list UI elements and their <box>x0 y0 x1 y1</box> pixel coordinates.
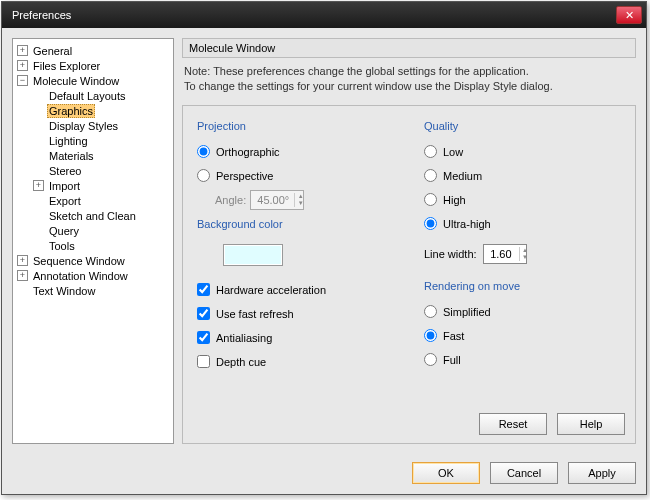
chevron-down-icon: ▼ <box>519 254 531 261</box>
render-move-title: Rendering on move <box>424 280 621 292</box>
nav-tree[interactable]: +General +Files Explorer −Molecule Windo… <box>12 38 174 444</box>
content-pane: Molecule Window Note: These preferences … <box>182 38 636 444</box>
settings-panel: Projection Orthographic Perspective Angl… <box>182 105 636 444</box>
tree-item-display-styles[interactable]: Display Styles <box>15 118 171 133</box>
tree-item-lighting[interactable]: Lighting <box>15 133 171 148</box>
check-hw-accel[interactable]: Hardware acceleration <box>197 280 394 300</box>
tree-item-sequence-window[interactable]: +Sequence Window <box>15 253 171 268</box>
angle-field: Angle: ▲▼ <box>215 190 394 210</box>
chevron-down-icon: ▼ <box>294 200 306 207</box>
angle-spinner: ▲▼ <box>294 193 306 207</box>
radio-full[interactable]: Full <box>424 350 621 370</box>
radio-orthographic[interactable]: Orthographic <box>197 142 394 162</box>
chevron-up-icon: ▲ <box>294 193 306 200</box>
tree-item-default-layouts[interactable]: Default Layouts <box>15 88 171 103</box>
quality-title: Quality <box>424 120 621 132</box>
section-header: Molecule Window <box>182 38 636 58</box>
apply-button[interactable]: Apply <box>568 462 636 484</box>
close-icon: ✕ <box>625 9 634 22</box>
radio-low[interactable]: Low <box>424 142 621 162</box>
cancel-button[interactable]: Cancel <box>490 462 558 484</box>
reset-button[interactable]: Reset <box>479 413 547 435</box>
left-column: Projection Orthographic Perspective Angl… <box>197 116 394 372</box>
bgcolor-title: Background color <box>197 218 394 230</box>
titlebar-title: Preferences <box>12 9 616 21</box>
expand-icon[interactable]: + <box>17 60 28 71</box>
collapse-icon[interactable]: − <box>17 75 28 86</box>
expand-icon[interactable]: + <box>17 270 28 281</box>
radio-simplified[interactable]: Simplified <box>424 302 621 322</box>
right-column: Quality Low Medium High Ultra-high Line … <box>424 116 621 372</box>
tree-item-tools[interactable]: Tools <box>15 238 171 253</box>
tree-item-materials[interactable]: Materials <box>15 148 171 163</box>
note-text: Note: These preferences change the globa… <box>182 64 636 95</box>
tree-item-graphics[interactable]: Graphics <box>15 103 171 118</box>
check-depth-cue[interactable]: Depth cue <box>197 352 394 372</box>
check-fast-refresh[interactable]: Use fast refresh <box>197 304 394 324</box>
tree-item-query[interactable]: Query <box>15 223 171 238</box>
titlebar: Preferences ✕ <box>2 2 646 28</box>
radio-ultra-high[interactable]: Ultra-high <box>424 214 621 234</box>
radio-perspective[interactable]: Perspective <box>197 166 394 186</box>
linewidth-field: Line width: ▲▼ <box>424 244 621 264</box>
radio-fast[interactable]: Fast <box>424 326 621 346</box>
projection-title: Projection <box>197 120 394 132</box>
linewidth-spinner[interactable]: ▲▼ <box>519 247 531 261</box>
tree-item-sketch-clean[interactable]: Sketch and Clean <box>15 208 171 223</box>
bgcolor-swatch[interactable] <box>223 244 283 266</box>
dialog-body: +General +Files Explorer −Molecule Windo… <box>2 28 646 454</box>
close-button[interactable]: ✕ <box>616 6 642 24</box>
tree-item-annotation-window[interactable]: +Annotation Window <box>15 268 171 283</box>
tree-item-files-explorer[interactable]: +Files Explorer <box>15 58 171 73</box>
expand-icon[interactable]: + <box>33 180 44 191</box>
tree-item-text-window[interactable]: Text Window <box>15 283 171 298</box>
tree-item-import[interactable]: +Import <box>15 178 171 193</box>
radio-medium[interactable]: Medium <box>424 166 621 186</box>
tree-item-general[interactable]: +General <box>15 43 171 58</box>
chevron-up-icon: ▲ <box>519 247 531 254</box>
radio-high[interactable]: High <box>424 190 621 210</box>
dialog-button-row: OK Cancel Apply <box>2 454 646 494</box>
tree-item-export[interactable]: Export <box>15 193 171 208</box>
tree-item-stereo[interactable]: Stereo <box>15 163 171 178</box>
check-antialias[interactable]: Antialiasing <box>197 328 394 348</box>
expand-icon[interactable]: + <box>17 45 28 56</box>
help-button[interactable]: Help <box>557 413 625 435</box>
tree-item-molecule-window[interactable]: −Molecule Window <box>15 73 171 88</box>
preferences-dialog: Preferences ✕ +General +Files Explorer −… <box>1 1 647 495</box>
expand-icon[interactable]: + <box>17 255 28 266</box>
ok-button[interactable]: OK <box>412 462 480 484</box>
